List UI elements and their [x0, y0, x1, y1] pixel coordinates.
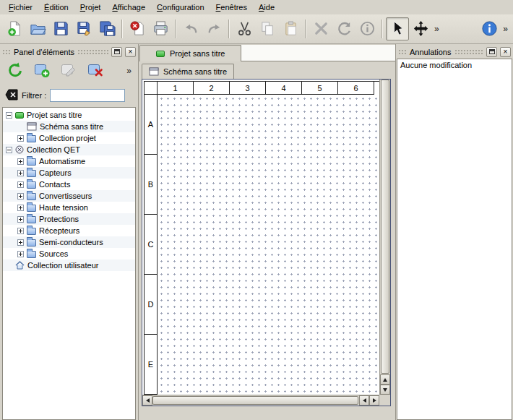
- tree-item-recepteurs[interactable]: Récepteurs: [3, 225, 135, 236]
- save-as-button[interactable]: [72, 17, 95, 40]
- elements-toolbar-overflow-chevron[interactable]: »: [124, 66, 134, 76]
- horizontal-scrollbar-thumb[interactable]: [152, 396, 358, 405]
- row-header: D: [145, 275, 157, 335]
- copy-button[interactable]: [256, 17, 279, 40]
- tree-item-collection-utilisateur[interactable]: Collection utilisateur: [3, 260, 135, 271]
- tree-item-contacts[interactable]: Contacts: [3, 179, 135, 190]
- delete-x-icon: [313, 20, 329, 38]
- tree-item-collection-projet[interactable]: Collection projet: [3, 132, 135, 144]
- tab-project[interactable]: Projet sans titre: [139, 45, 241, 61]
- paste-button[interactable]: [279, 17, 302, 40]
- new-element-button[interactable]: [31, 60, 53, 82]
- schema-canvas[interactable]: 1 2 3 4 5 6 A B C D: [142, 80, 379, 395]
- column-header: 2: [194, 82, 230, 95]
- vertical-scrollbar[interactable]: [379, 80, 390, 395]
- rotate-button[interactable]: [332, 17, 355, 40]
- vertical-scrollbar-thumb[interactable]: [381, 80, 389, 374]
- schema-tab-label: Schéma sans titre: [163, 67, 227, 76]
- select-mode-button[interactable]: [386, 17, 409, 40]
- dock-float-button[interactable]: [111, 47, 122, 57]
- tree-item-project[interactable]: Projet sans titre: [3, 109, 135, 121]
- expand-toggle[interactable]: [17, 193, 24, 200]
- row-header: C: [145, 215, 157, 275]
- undo-dock-titlebar[interactable]: Annulations ×: [396, 46, 513, 58]
- cut-button[interactable]: [233, 17, 256, 40]
- toolbar-overflow-right-chevron[interactable]: »: [501, 24, 510, 34]
- elements-panel-titlebar[interactable]: Panel d'éléments ×: [0, 46, 138, 58]
- floppy-stack-icon: [99, 20, 116, 38]
- tree-item-label: Protections: [39, 215, 82, 223]
- schema-icon: [27, 122, 37, 131]
- dock-close-button[interactable]: ×: [125, 47, 136, 57]
- expand-toggle[interactable]: [17, 239, 24, 246]
- expand-toggle[interactable]: [17, 251, 24, 257]
- delete-element-button[interactable]: [85, 60, 106, 82]
- menu-edition[interactable]: Édition: [38, 1, 74, 14]
- expand-toggle[interactable]: [17, 228, 24, 234]
- new-document-icon: [7, 20, 23, 38]
- clear-filter-button[interactable]: [4, 90, 18, 101]
- scroll-down-button[interactable]: [380, 385, 390, 395]
- about-qet-button[interactable]: [478, 17, 501, 40]
- expand-toggle[interactable]: [17, 205, 24, 211]
- expand-toggle[interactable]: [17, 181, 24, 188]
- reload-collections-button[interactable]: [4, 60, 26, 82]
- expand-toggle[interactable]: [17, 170, 24, 176]
- dot-grid[interactable]: [158, 95, 379, 395]
- horizontal-scrollbar[interactable]: [142, 395, 379, 406]
- tree-item-label: Sources: [39, 249, 71, 258]
- undo-list[interactable]: Aucune modification: [397, 59, 512, 420]
- undo-button[interactable]: [179, 17, 202, 40]
- collapse-toggle[interactable]: [6, 147, 12, 153]
- elements-panel-dock: Panel d'éléments × » Filtrer :: [0, 44, 139, 420]
- tree-item-semi-conducteurs[interactable]: Semi-conducteurs: [3, 236, 135, 248]
- close-icon: ×: [129, 48, 133, 56]
- open-project-button[interactable]: [26, 17, 49, 40]
- save-all-button[interactable]: [95, 17, 118, 40]
- expand-toggle[interactable]: [17, 216, 24, 223]
- menu-aide[interactable]: Aide: [253, 1, 280, 14]
- tree-item-schema[interactable]: Schéma sans titre: [3, 121, 135, 132]
- delete-button[interactable]: [309, 17, 332, 40]
- scroll-left-button-2[interactable]: [359, 395, 369, 406]
- edit-element-icon: [60, 61, 77, 80]
- collapse-toggle[interactable]: [6, 112, 12, 119]
- filter-input[interactable]: [50, 89, 125, 102]
- floppy-icon: [53, 20, 69, 38]
- save-button[interactable]: [49, 17, 72, 40]
- scroll-left-button[interactable]: [142, 395, 152, 406]
- delete-element-icon: [87, 61, 104, 80]
- tree-item-capteurs[interactable]: Capteurs: [3, 167, 135, 179]
- tree-item-automatisme[interactable]: Automatisme: [3, 155, 135, 167]
- tab-schema[interactable]: Schéma sans titre: [142, 64, 234, 79]
- dock-float-button[interactable]: [486, 47, 497, 57]
- menu-configuration[interactable]: Configuration: [151, 1, 210, 14]
- print-button[interactable]: [149, 17, 172, 40]
- menu-projet[interactable]: Projet: [74, 1, 107, 14]
- new-document-button[interactable]: [3, 17, 26, 40]
- menu-fichier[interactable]: Fichier: [3, 1, 38, 14]
- redo-button[interactable]: [202, 17, 225, 40]
- menu-affichage[interactable]: Affichage: [106, 1, 151, 14]
- expand-toggle[interactable]: [17, 135, 24, 142]
- home-icon: [15, 261, 25, 270]
- move-mode-button[interactable]: [409, 17, 432, 40]
- tree-item-collection-qet[interactable]: Collection QET: [3, 144, 135, 155]
- edit-element-button[interactable]: [58, 60, 79, 82]
- column-header: 3: [230, 82, 266, 95]
- menu-fenetres[interactable]: Fenêtres: [210, 1, 253, 14]
- toolbar-overflow-chevron[interactable]: »: [432, 24, 441, 34]
- tree-item-haute-tension[interactable]: Haute tension: [3, 202, 135, 213]
- folder-icon: [27, 216, 36, 223]
- tree-item-protections[interactable]: Protections: [3, 213, 135, 225]
- tree-item-label: Projet sans titre: [27, 111, 85, 119]
- expand-toggle[interactable]: [17, 158, 24, 165]
- close-project-button[interactable]: [126, 17, 149, 40]
- scroll-up-button[interactable]: [380, 374, 390, 385]
- tree-item-convertisseurs[interactable]: Convertisseurs: [3, 190, 135, 202]
- dock-close-button[interactable]: ×: [500, 47, 511, 57]
- tree-item-sources[interactable]: Sources: [3, 248, 135, 260]
- element-info-button[interactable]: [355, 17, 379, 40]
- scroll-right-button[interactable]: [369, 395, 379, 406]
- arrow-left-icon: [363, 398, 366, 403]
